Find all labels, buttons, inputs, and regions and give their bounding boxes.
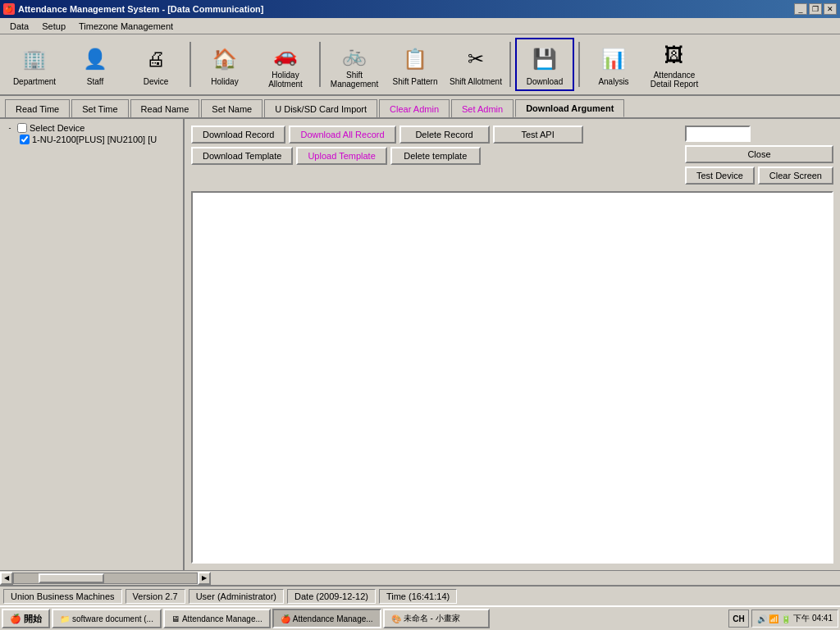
taskbar-icon-1: 🖥 <box>171 614 180 623</box>
tab-clear-admin[interactable]: Clear Admin <box>379 99 450 117</box>
taskbar-right: CH 🔊 📶 🔋 下午 04:41 <box>728 609 838 628</box>
restore-btn[interactable]: ❐ <box>809 3 822 15</box>
download-all-record-btn[interactable]: Download All Record <box>289 126 395 144</box>
tab-set-admin[interactable]: Set Admin <box>451 99 514 117</box>
start-icon: 🍎 <box>10 614 21 624</box>
toolbar-shift-allotment[interactable]: ✂ Shift Allotment <box>446 38 505 91</box>
taskbar-item-2[interactable]: 🍎 Attendance Manage... <box>272 609 381 628</box>
device-icon: 🖨 <box>139 43 172 75</box>
status-user: User (Administrator) <box>189 589 284 604</box>
toolbar-holiday-allotment[interactable]: 🚗 Holiday Allotment <box>256 38 315 91</box>
toolbar-department[interactable]: 🏢 Department <box>5 38 64 91</box>
staff-icon: 👤 <box>79 43 112 75</box>
toolbar-device[interactable]: 🖨 Device <box>126 38 185 91</box>
menu-data[interactable]: Data <box>3 20 35 33</box>
device-label: 1-NU-2100[PLUS] [NU2100] [U <box>32 135 157 144</box>
start-label: 開始 <box>24 613 42 625</box>
download-icon: 💾 <box>528 43 561 75</box>
minimize-btn[interactable]: _ <box>794 3 807 15</box>
toolbar-shift-pattern[interactable]: 📋 Shift Pattern <box>386 38 445 91</box>
status-date: Date (2009-12-12) <box>287 589 376 604</box>
analysis-icon: 📊 <box>597 43 630 75</box>
scroll-track[interactable] <box>13 573 198 584</box>
content-area: - Select Device 1-NU-2100[PLUS] [NU2100]… <box>0 119 840 570</box>
scroll-right-btn[interactable]: ▶ <box>198 572 211 585</box>
buttons-right: Close Test Device Clear Screen <box>685 126 833 185</box>
department-icon: 🏢 <box>18 43 51 75</box>
buttons-section: Download Record Download All Record Dele… <box>191 126 833 185</box>
close-side-btn[interactable]: Close <box>685 145 833 163</box>
separator-4 <box>578 42 580 87</box>
tabs-container: Read Time Set Time Read Name Set Name U … <box>0 96 840 119</box>
scroll-container: ◀ ▶ <box>0 570 840 585</box>
tray-time: 下午 04:41 <box>793 613 833 624</box>
tab-u-disk[interactable]: U Disk/SD Card Import <box>264 99 377 117</box>
toolbar-shift-management[interactable]: 🚲 Shift Management <box>325 38 384 91</box>
toolbar-analysis[interactable]: 📊 Analysis <box>584 38 643 91</box>
status-bar: Union Business Machines Version 2.7 User… <box>0 585 840 605</box>
collapse-icon[interactable]: - <box>5 124 15 132</box>
download-record-btn[interactable]: Download Record <box>191 126 285 144</box>
taskbar-label-3: 未命名 - 小畫家 <box>404 613 460 624</box>
tray-area: 🔊 📶 🔋 下午 04:41 <box>751 609 838 628</box>
taskbar: 🍎 開始 📁 software document (... 🖥 Attendan… <box>0 605 840 630</box>
select-all-checkbox[interactable] <box>17 123 27 133</box>
separator-3 <box>509 42 511 87</box>
shift-management-icon: 🚲 <box>338 40 371 69</box>
left-panel: - Select Device 1-NU-2100[PLUS] [NU2100]… <box>0 119 185 570</box>
taskbar-label-0: software document (... <box>72 614 153 623</box>
delete-template-btn[interactable]: Delete template <box>390 147 481 165</box>
separator-1 <box>189 42 191 87</box>
taskbar-icon-3: 🎨 <box>391 614 401 623</box>
taskbar-item-3[interactable]: 🎨 未命名 - 小畫家 <box>383 609 490 628</box>
taskbar-icon-0: 📁 <box>60 614 70 623</box>
window-title: Attendance Management System - [Data Com… <box>18 4 264 14</box>
right-panel: Download Record Download All Record Dele… <box>185 119 840 570</box>
shift-allotment-icon: ✂ <box>459 43 492 75</box>
taskbar-icon-2: 🍎 <box>281 614 290 623</box>
lang-indicator: CH <box>728 609 748 628</box>
separator-2 <box>319 42 321 87</box>
holiday-allotment-icon: 🚗 <box>269 40 302 69</box>
taskbar-item-0[interactable]: 📁 software document (... <box>52 609 162 628</box>
attendance-detail-report-icon: 🖼 <box>658 40 691 69</box>
output-area <box>191 191 833 564</box>
toolbar-download[interactable]: 💾 Download <box>515 38 574 91</box>
scroll-left-btn[interactable]: ◀ <box>0 572 13 585</box>
status-time: Time (16:41:14) <box>379 589 457 604</box>
tray-icons: 🔊 📶 🔋 <box>757 614 792 623</box>
app-icon: 🍎 <box>3 3 15 15</box>
taskbar-label-2: Attendance Manage... <box>293 614 373 623</box>
toolbar-holiday[interactable]: 🏠 Holiday <box>195 38 254 91</box>
title-bar: 🍎 Attendance Management System - [Data C… <box>0 0 840 18</box>
select-device-label: Select Device <box>30 123 84 133</box>
menu-setup[interactable]: Setup <box>35 20 72 33</box>
device-item: 1-NU-2100[PLUS] [NU2100] [U <box>3 134 180 145</box>
buttons-left: Download Record Download All Record Dele… <box>191 126 583 185</box>
tab-read-name[interactable]: Read Name <box>130 99 200 117</box>
toolbar-staff[interactable]: 👤 Staff <box>66 38 125 91</box>
start-button[interactable]: 🍎 開始 <box>2 609 50 628</box>
argument-input[interactable] <box>685 126 751 142</box>
device-checkbox[interactable] <box>20 135 30 144</box>
download-template-btn[interactable]: Download Template <box>191 147 293 165</box>
test-api-btn[interactable]: Test API <box>493 126 583 144</box>
toolbar: 🏢 Department 👤 Staff 🖨 Device 🏠 Holiday … <box>0 34 840 96</box>
taskbar-item-1[interactable]: 🖥 Attendance Manage... <box>163 609 271 628</box>
scroll-thumb[interactable] <box>39 573 104 583</box>
tab-download-argument[interactable]: Download Argument <box>515 99 624 117</box>
tree-root: - Select Device <box>3 122 180 134</box>
shift-pattern-icon: 📋 <box>399 43 431 75</box>
status-version: Version 2.7 <box>126 589 185 604</box>
tab-set-time[interactable]: Set Time <box>71 99 128 117</box>
tab-read-time[interactable]: Read Time <box>5 99 70 117</box>
tab-set-name[interactable]: Set Name <box>201 99 262 117</box>
menu-timezone[interactable]: Timezone Management <box>72 20 180 33</box>
close-btn-title[interactable]: ✕ <box>824 3 837 15</box>
toolbar-attendance-detail-report[interactable]: 🖼 Attendance Detail Report <box>645 38 704 91</box>
holiday-icon: 🏠 <box>208 43 241 75</box>
clear-screen-btn[interactable]: Clear Screen <box>758 167 833 185</box>
test-device-btn[interactable]: Test Device <box>685 167 755 185</box>
delete-record-btn[interactable]: Delete Record <box>399 126 490 144</box>
upload-template-btn[interactable]: Upload Template <box>296 147 386 165</box>
